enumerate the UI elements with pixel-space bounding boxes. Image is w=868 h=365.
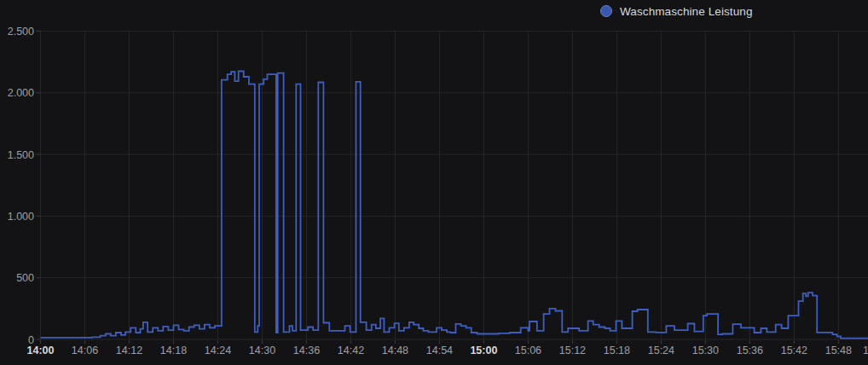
x-tick-label: 14:30 [249, 345, 275, 356]
x-tick-label: 14:12 [116, 345, 142, 356]
x-tick-label: 15:18 [604, 345, 630, 356]
x-tick-label: 14:36 [293, 345, 320, 356]
x-tick-label: 15:24 [648, 345, 674, 356]
y-tick-label: 1.000 [8, 211, 34, 223]
x-tick-label: 14:48 [382, 345, 408, 356]
x-tick-label: 14:18 [160, 345, 187, 356]
y-tick-label: 2.000 [8, 87, 34, 99]
legend-label: Waschmaschine Leistung [620, 5, 753, 18]
y-tick-label: 500 [16, 272, 34, 284]
series-color-dot-icon [600, 5, 612, 17]
x-tick-label: 15:00 [470, 345, 497, 356]
x-tick-label: 15:30 [692, 345, 719, 356]
x-tick-label: 14:06 [72, 345, 98, 356]
x-tick-label: 14:54 [426, 345, 453, 356]
x-tick-label-partial: 1 [863, 345, 868, 356]
y-tick-label: 2.500 [8, 26, 34, 38]
x-tick-label: 15:06 [515, 345, 541, 356]
x-tick-label: 15:48 [825, 345, 852, 356]
x-tick-label: 15:42 [781, 345, 807, 356]
chart-canvas[interactable]: 05001.0001.5002.0002.50014:0014:0614:121… [0, 0, 868, 365]
series-line-waschmaschine-leistung [41, 72, 868, 339]
x-tick-label: 15:12 [559, 345, 586, 356]
y-tick-label: 1.500 [8, 149, 34, 161]
x-tick-label: 14:24 [205, 345, 231, 356]
legend-item-waschmaschine-leistung[interactable]: Waschmaschine Leistung [600, 5, 753, 18]
x-tick-label: 14:42 [338, 345, 364, 356]
graph-panel: Waschmaschine Leistung 05001.0001.5002.0… [0, 0, 868, 365]
legend: Waschmaschine Leistung [600, 3, 753, 20]
x-tick-label: 15:36 [737, 345, 763, 356]
x-tick-label: 14:00 [27, 345, 55, 356]
